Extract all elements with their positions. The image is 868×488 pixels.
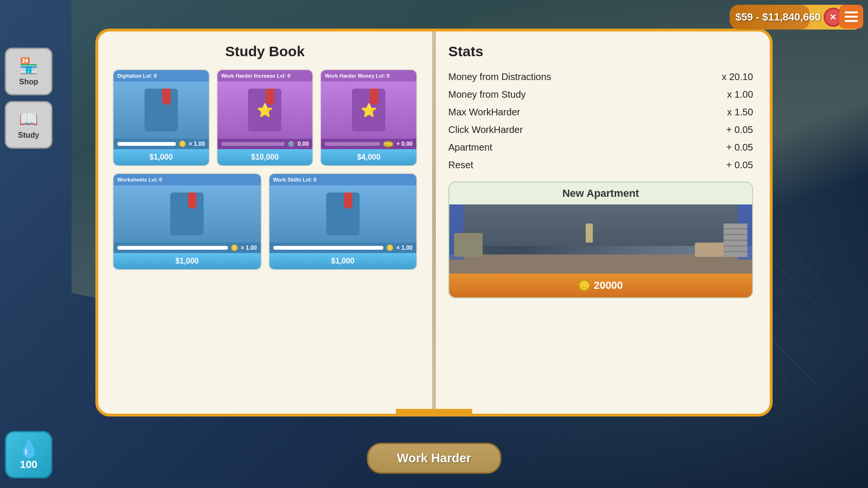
left-page: Study Book Digitation Lvl: 0 🪙 × 1.00 (98, 31, 432, 414)
stat-label-1: Money from Study (448, 89, 526, 100)
item-whi-header: Work Harder Increase Lvl: 0 (217, 70, 313, 81)
progress-fill-5 (273, 246, 384, 250)
item-wsk-body (269, 185, 417, 243)
menu-icon (845, 11, 858, 22)
coin-icon-2: ⚙️ (288, 141, 295, 147)
item-worksheets[interactable]: Worksheets Lvl: 0 🪙 × 1.00 $1,000 (113, 173, 262, 270)
menu-line-1 (845, 11, 858, 13)
progress-bar-2 (221, 142, 285, 146)
stat-row-5: Reset + 0.05 (448, 157, 753, 173)
item-ws-price[interactable]: $1,000 (114, 253, 261, 269)
progress-bar-5 (273, 246, 384, 250)
progress-label-1: × 1.00 (189, 141, 205, 147)
book-bookmark-2 (266, 89, 274, 105)
study-items-row2: Worksheets Lvl: 0 🪙 × 1.00 $1,000 W (113, 173, 417, 270)
progress-fill-1 (117, 142, 176, 146)
sidebar-item-shop[interactable]: 🏪 Shop (5, 48, 52, 95)
item-digitation[interactable]: Digitation Lvl: 0 🪙 × 1.00 $1,000 (113, 69, 210, 166)
item-work-harder-increase[interactable]: Work Harder Increase Lvl: 0 ⭐ ⚙️ 0.00 $1… (217, 69, 314, 166)
stat-value-2: x 1.50 (727, 107, 753, 118)
book-bookmark-1 (162, 89, 171, 105)
menu-button[interactable] (839, 5, 863, 29)
shop-label: Shop (19, 78, 38, 86)
study-book-title: Study Book (113, 43, 417, 60)
apt-cabinet (454, 233, 483, 257)
progress-label-3: + 0.00 (396, 141, 413, 147)
item-whm-progress: HW + 0.00 (321, 139, 416, 149)
stat-value-4: + 0.05 (726, 142, 753, 153)
work-harder-button[interactable]: Work Harder (367, 443, 501, 474)
item-digitation-price[interactable]: $1,000 (114, 149, 209, 165)
item-ws-body (114, 185, 261, 243)
item-wsk-price[interactable]: $1,000 (269, 253, 417, 269)
apt-lamp (586, 224, 593, 243)
progress-label-5: × 1.00 (396, 244, 413, 251)
stat-row-3: Click WorkHarder + 0.05 (448, 122, 753, 138)
item-whm-header: Work Harder Money Lvl: 0 (321, 70, 416, 81)
progress-fill-4 (117, 246, 228, 250)
study-items-row1: Digitation Lvl: 0 🪙 × 1.00 $1,000 W (113, 69, 417, 166)
item-ws-header: Worksheets Lvl: 0 (114, 174, 261, 185)
apartment-coin-icon: 🪙 (579, 280, 590, 291)
right-page: Stats Money from Distractions x 20.10 Mo… (432, 31, 770, 414)
stat-label-3: Click WorkHarder (448, 124, 523, 135)
item-wsk-header: Work Skills Lvl: 0 (269, 174, 417, 185)
item-digitation-book (145, 89, 178, 132)
item-digitation-body (114, 81, 209, 139)
apt-wall (449, 204, 752, 246)
apartment-buy-button[interactable]: 🪙 20000 (449, 274, 752, 297)
stat-label-4: Apartment (448, 142, 492, 153)
apartment-title: New Apartment (449, 183, 752, 204)
item-whm-book: ⭐ (352, 89, 385, 132)
item-whi-body: ⭐ (217, 81, 313, 139)
item-digitation-progress: 🪙 × 1.00 (114, 139, 209, 149)
menu-line-2 (845, 16, 858, 18)
stats-list: Money from Distractions x 20.10 Money fr… (448, 69, 753, 173)
item-whi-progress: ⚙️ 0.00 (217, 139, 313, 149)
menu-line-3 (845, 20, 858, 22)
apartment-card[interactable]: New Apartment 🪙 20000 (448, 182, 753, 298)
item-whm-price[interactable]: $4,000 (321, 149, 416, 165)
study-label: Study (18, 131, 39, 140)
item-digitation-header: Digitation Lvl: 0 (114, 70, 209, 81)
item-ws-book (170, 193, 204, 235)
stat-label-2: Max WorkHarder (448, 107, 520, 118)
stat-label-0: Money from Distractions (448, 71, 551, 82)
progress-label-4: × 1.00 (241, 244, 257, 251)
apt-floor (449, 254, 752, 274)
badge-value: 100 (20, 458, 38, 471)
stat-row-0: Money from Distractions x 20.10 (448, 69, 753, 85)
stat-row-4: Apartment + 0.05 (448, 140, 753, 155)
coin-icon-4: 🪙 (231, 244, 238, 251)
stat-label-5: Reset (448, 160, 473, 171)
apartment-image (449, 204, 752, 274)
stat-value-0: x 20.10 (722, 71, 753, 82)
item-whi-price[interactable]: $10,000 (217, 149, 313, 165)
stat-value-5: + 0.05 (726, 160, 753, 171)
item-whi-book: ⭐ (248, 89, 281, 132)
item-wsk-progress: 🪙 × 1.00 (269, 243, 417, 253)
item-whm-body: ⭐ (321, 81, 416, 139)
sidebar-item-study[interactable]: 📖 Study (5, 101, 52, 149)
coin-icon-3: HW (383, 141, 394, 147)
stats-title: Stats (448, 43, 753, 60)
coin-icon-5: 🪙 (386, 244, 393, 251)
bottom-badge: 💧 100 (5, 431, 52, 478)
progress-bar-4 (117, 246, 228, 250)
book-tab (396, 409, 472, 417)
apt-stairs (723, 224, 747, 257)
book-bookmark-3 (370, 89, 378, 105)
item-work-skills[interactable]: Work Skills Lvl: 0 🪙 × 1.00 $1,000 (269, 173, 418, 270)
progress-label-2: 0.00 (298, 141, 309, 147)
book-bookmark-4 (188, 193, 196, 209)
coin-icon-1: 🪙 (179, 141, 186, 147)
book-bookmark-5 (344, 193, 352, 209)
sidebar: 🏪 Shop 📖 Study (5, 48, 52, 149)
study-icon: 📖 (19, 110, 38, 128)
money-display: $59 - $11,840,660 (735, 11, 821, 23)
shop-icon: 🏪 (19, 57, 38, 75)
item-work-harder-money[interactable]: Work Harder Money Lvl: 0 ⭐ HW + 0.00 $4,… (320, 69, 417, 166)
badge-icon: 💧 (18, 438, 40, 458)
stat-row-1: Money from Study x 1.00 (448, 87, 753, 102)
stat-value-1: x 1.00 (727, 89, 753, 100)
